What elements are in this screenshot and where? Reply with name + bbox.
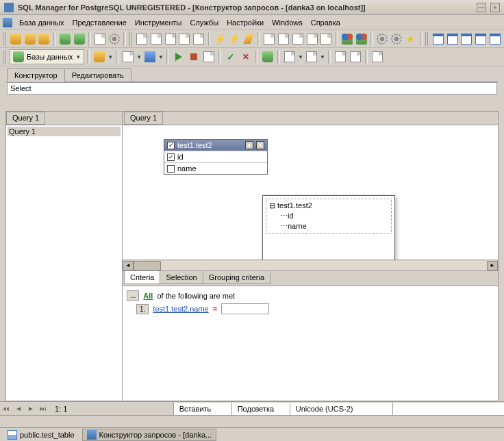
databases-dropdown[interactable]: Базы данных ▼ [10, 49, 84, 64]
task-query-constructor[interactable]: Конструктор запросов - [danka... [82, 429, 217, 441]
left-tab-query1[interactable]: Query 1 [6, 112, 45, 125]
table-col-name[interactable]: name [164, 162, 267, 174]
rollback-button[interactable]: ✕ [239, 50, 253, 64]
criteria-idx-button[interactable]: 1. [136, 304, 149, 314]
task-public-test-table[interactable]: public.test_table [3, 429, 79, 441]
tb-win-3[interactable] [460, 32, 473, 46]
tb-pencil[interactable] [242, 32, 255, 46]
toolbar-grip-3[interactable] [425, 32, 429, 46]
tb-ppl-2[interactable] [355, 32, 368, 46]
criteria-all-link[interactable]: All [143, 292, 153, 300]
btab-grouping[interactable]: Grouping criteria [203, 271, 270, 284]
tb-db-del[interactable] [38, 32, 51, 46]
table-checkbox[interactable]: ✓ [167, 142, 175, 149]
table-box[interactable]: ✓ test1.test2 ▼ ✕ ✓ id name [164, 139, 268, 175]
criteria-dots-button[interactable]: ... [127, 290, 139, 301]
maximize-button[interactable]: + [490, 3, 500, 12]
tb-gear[interactable] [108, 32, 121, 46]
autocomplete-popup[interactable]: ⊟ test1.test2 ⋯id ⋯name [262, 195, 395, 260]
tb-doc-1[interactable] [136, 32, 149, 46]
scroll-track[interactable] [134, 261, 487, 270]
nav-first[interactable]: ⏮ [0, 403, 12, 414]
tb-misc-2[interactable] [277, 32, 290, 46]
dd-m1[interactable]: ▼ [298, 54, 303, 60]
tb-bolt-1[interactable]: ⚡ [213, 32, 226, 46]
col-checkbox-name[interactable] [167, 165, 175, 173]
dd-save[interactable]: ▼ [158, 54, 164, 60]
tb-doc-2[interactable] [150, 32, 163, 46]
btab-criteria[interactable]: Criteria [124, 271, 160, 284]
tb-win-1[interactable] [432, 32, 445, 46]
btab-selection[interactable]: Selection [160, 271, 203, 284]
scroll-left-button[interactable]: ◄ [123, 261, 134, 270]
nav-prev[interactable]: ◄ [12, 403, 25, 414]
tb-doc-5[interactable] [192, 32, 205, 46]
tb2-save[interactable] [143, 50, 157, 64]
right-tab-query1[interactable]: Query 1 [124, 112, 163, 125]
select-bar[interactable]: Select [7, 82, 497, 94]
tb2-run-sel[interactable] [202, 50, 216, 64]
tb2-m2[interactable] [305, 50, 318, 64]
menu-view[interactable]: Представление [68, 17, 131, 28]
tb2-db-x[interactable] [92, 50, 106, 64]
menu-database[interactable]: База данных [15, 17, 68, 28]
table-close-button[interactable]: ✕ [256, 141, 264, 149]
toolbar-grip-2[interactable] [129, 32, 133, 46]
tb-doc-4[interactable] [178, 32, 191, 46]
popup-root[interactable]: ⊟ test1.test2 [268, 201, 390, 211]
minimize-button[interactable]: — [477, 3, 486, 12]
menu-settings[interactable]: Настройки [223, 17, 268, 28]
tb-win-5[interactable] [488, 32, 501, 46]
commit-button[interactable]: ✓ [224, 50, 238, 64]
popup-item-name[interactable]: ⋯name [268, 221, 390, 231]
popup-item-id[interactable]: ⋯id [268, 211, 390, 221]
horizontal-scrollbar[interactable]: ◄ ► [123, 260, 498, 270]
scroll-right-button[interactable]: ► [487, 261, 498, 270]
design-canvas[interactable]: ✓ test1.test2 ▼ ✕ ✓ id name ⊟ test1.test [123, 125, 498, 260]
tb-cfg-1[interactable] [376, 32, 389, 46]
tb2-m1[interactable] [283, 50, 297, 64]
table-box-header[interactable]: ✓ test1.test2 ▼ ✕ [164, 140, 267, 151]
dd-doc[interactable]: ▼ [136, 54, 142, 60]
dd-m2[interactable]: ▼ [320, 54, 325, 60]
tb-db-new[interactable] [10, 32, 23, 46]
tb-misc-4[interactable] [305, 32, 318, 46]
tb-misc-1[interactable] [263, 32, 276, 46]
tb2-m3[interactable] [333, 50, 347, 64]
tb-win-2[interactable] [446, 32, 459, 46]
tb-cfg-2[interactable] [390, 32, 403, 46]
scroll-thumb[interactable] [134, 261, 161, 270]
toolbar-grip[interactable] [3, 32, 7, 46]
tb-star[interactable]: ★ [404, 32, 417, 46]
tb-doc-3[interactable] [164, 32, 177, 46]
tb-misc-5[interactable] [320, 32, 333, 46]
tab-constructor[interactable]: Конструктор [7, 68, 65, 82]
tb-misc-3[interactable] [291, 32, 304, 46]
menu-tools[interactable]: Инструменты [131, 17, 186, 28]
tb2-m4[interactable] [349, 50, 362, 64]
nav-last[interactable]: ⏭ [37, 403, 49, 414]
tab-edit[interactable]: Редактировать [64, 68, 131, 81]
stop-button[interactable] [187, 50, 201, 64]
menu-services[interactable]: Службы [186, 17, 223, 28]
criteria-field-link[interactable]: test1.test2.name [153, 305, 208, 313]
menu-windows[interactable]: Windows [268, 17, 307, 28]
run-button[interactable] [172, 50, 186, 64]
tb-bolt-2[interactable]: ⚡ [227, 32, 240, 46]
tb-db-g2[interactable] [73, 32, 86, 46]
nav-next[interactable]: ► [25, 403, 37, 414]
toolbar2-grip[interactable] [3, 50, 7, 64]
tb-new[interactable] [94, 32, 107, 46]
tb2-add[interactable] [261, 50, 275, 64]
tb-db-edit[interactable] [23, 32, 36, 46]
menu-help[interactable]: Справка [307, 17, 344, 28]
table-dropdown-button[interactable]: ▼ [245, 141, 253, 149]
criteria-operator[interactable]: = [213, 305, 217, 313]
tb2-doc[interactable] [121, 50, 135, 64]
tb2-m5[interactable] [370, 50, 384, 64]
table-col-id[interactable]: ✓ id [164, 151, 267, 162]
tb-win-4[interactable] [475, 32, 488, 46]
tb-db-g1[interactable] [59, 32, 72, 46]
dd-db[interactable]: ▼ [108, 54, 113, 60]
tb-ppl-1[interactable] [341, 32, 354, 46]
